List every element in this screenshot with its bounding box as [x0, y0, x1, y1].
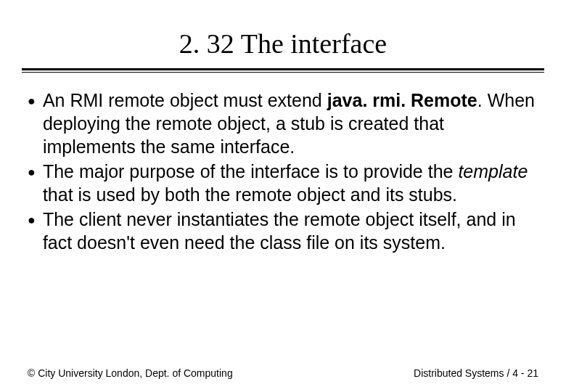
text-segment-italic: template: [458, 161, 528, 181]
bullet-icon: ●: [28, 93, 36, 110]
footer-right: Distributed Systems / 4 - 21: [414, 367, 538, 379]
list-item: ● The client never instantiates the remo…: [28, 208, 538, 254]
text-segment: that is used by both the remote object a…: [43, 184, 457, 205]
text-segment-bold: java. rmi. Remote: [327, 90, 477, 110]
slide-title: 2. 32 The interface: [0, 0, 566, 68]
text-segment: The client never instantiates the remote…: [43, 209, 516, 253]
bullet-icon: ●: [28, 212, 36, 229]
list-item: ● An RMI remote object must extend java.…: [28, 89, 538, 158]
bullet-list: ● An RMI remote object must extend java.…: [28, 89, 538, 254]
bullet-text: An RMI remote object must extend java. r…: [43, 89, 538, 158]
text-segment: The major purpose of the interface is to…: [43, 161, 459, 181]
bullet-text: The major purpose of the interface is to…: [43, 160, 538, 206]
list-item: ● The major purpose of the interface is …: [28, 160, 538, 206]
bullet-icon: ●: [28, 164, 36, 181]
slide-content: ● An RMI remote object must extend java.…: [0, 73, 566, 254]
footer-left: © City University London, Dept. of Compu…: [28, 367, 233, 379]
text-segment: An RMI remote object must extend: [43, 90, 327, 110]
slide-footer: © City University London, Dept. of Compu…: [0, 367, 566, 379]
bullet-text: The client never instantiates the remote…: [43, 208, 538, 254]
